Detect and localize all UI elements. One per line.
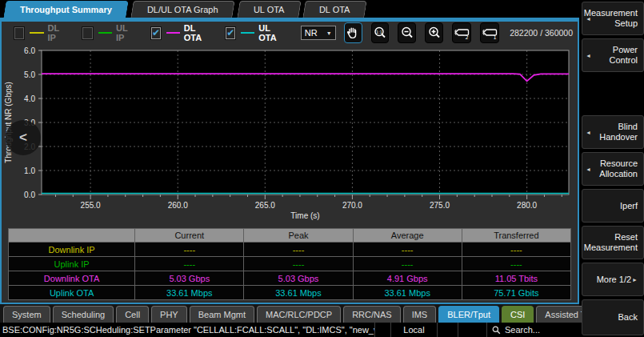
table-row-uplink-ip: Uplink IP ---- ---- ---- ---- — [9, 257, 571, 271]
header-transferred: Transferred — [462, 229, 570, 243]
bottom-tab-bar: System Scheduling Cell PHY Beam Mgmt MAC… — [0, 304, 579, 323]
svg-text:0.0: 0.0 — [24, 191, 35, 199]
zoom-in-button[interactable] — [425, 22, 443, 43]
table-row-downlink-ota: Downlink OTA 5.03 Gbps 5.03 Gbps 4.91 Gb… — [9, 271, 571, 286]
scpi-command-text: BSE:CONFig:NR5G:SCHeduling:SETParameter … — [0, 325, 374, 335]
ul-ip-line-swatch — [98, 32, 112, 34]
softkey-power-control[interactable]: ◄ Power Control — [582, 38, 644, 72]
main-area: Throughput Summary DL/UL OTA Graph UL OT… — [0, 0, 579, 337]
dl-ota-label: DL OTA — [184, 23, 209, 42]
softkey-back[interactable]: Back — [582, 299, 644, 335]
marker-1-button[interactable]: 1 — [480, 22, 499, 43]
softkey-more[interactable]: More 1/2 ► — [582, 263, 644, 296]
submenu-left-arrow-icon: ◄ — [586, 127, 591, 138]
ul-ip-checkbox[interactable] — [82, 27, 92, 39]
marker-2-icon: 2 — [453, 26, 470, 40]
legend-ul-ip[interactable]: UL IP — [82, 23, 133, 42]
tab-throughput-summary[interactable]: Throughput Summary — [3, 1, 128, 18]
softkey-blind-handover[interactable]: ◄ Blind Handover — [582, 115, 644, 149]
svg-text:2: 2 — [466, 34, 469, 40]
more-right-arrow-icon: ► — [632, 275, 638, 285]
status-bar: BSE:CONFig:NR5G:SCHeduling:SETParameter … — [0, 323, 579, 337]
header-peak: Peak — [244, 229, 353, 243]
chevron-down-icon: ▼ — [326, 30, 332, 36]
tab-phy[interactable]: PHY — [151, 306, 187, 323]
svg-text:1: 1 — [494, 34, 497, 40]
svg-text:275.0: 275.0 — [430, 201, 450, 210]
submenu-left-arrow-icon: ◄ — [586, 14, 591, 24]
tab-ims[interactable]: IMS — [403, 306, 437, 323]
ul-ip-label: UL IP — [116, 23, 134, 42]
dl-ota-checkbox[interactable]: ✔ — [151, 27, 161, 39]
ul-ota-label: UL OTA — [258, 23, 283, 42]
ul-ota-line-swatch — [241, 32, 254, 34]
pan-hand-button[interactable] — [344, 22, 362, 43]
legend-ul-ota[interactable]: ✔ UL OTA — [226, 23, 282, 42]
tab-dlul-ota-graph[interactable]: DL/UL OTA Graph — [130, 1, 234, 18]
svg-text:5.0: 5.0 — [24, 70, 35, 79]
svg-text:260.0: 260.0 — [168, 201, 188, 210]
table-header-row: Current Peak Average Transferred — [9, 229, 571, 243]
status-cell-blank-2 — [437, 323, 458, 337]
throughput-chart[interactable]: 0.01.02.03.04.05.06.0255.0260.0265.0270.… — [2, 44, 578, 225]
submenu-left-arrow-icon: ◄ — [586, 50, 591, 61]
tab-mac-rlc-pdcp[interactable]: MAC/RLC/PDCP — [257, 306, 341, 323]
throughput-panel: DL IP UL IP ✔ DL OTA ✔ UL OTA — [0, 18, 579, 304]
svg-text:6.0: 6.0 — [24, 46, 35, 55]
top-tab-bar: Throughput Summary DL/UL OTA Graph UL OT… — [0, 0, 579, 18]
header-current: Current — [135, 229, 244, 243]
table-row-downlink-ip: Downlink IP ---- ---- ---- ---- — [9, 243, 571, 257]
search-placeholder: Search... — [505, 325, 540, 335]
svg-text:4.0: 4.0 — [24, 94, 35, 103]
softkey-resource-allocation[interactable]: ◄ Resource Allocation — [582, 152, 644, 186]
tab-ul-ota[interactable]: UL OTA — [237, 1, 301, 18]
tab-csi[interactable]: CSI — [502, 306, 534, 323]
sample-counter: 282200 / 360000 — [510, 28, 573, 38]
svg-text:Time (s): Time (s) — [290, 211, 319, 220]
throughput-table: Current Peak Average Transferred Downlin… — [8, 228, 571, 300]
softkey-spacer — [582, 75, 644, 115]
search-icon — [492, 326, 501, 335]
throughput-table-wrap: Current Peak Average Transferred Downlin… — [2, 225, 578, 300]
table-row-uplink-ota: Uplink OTA 33.61 Mbps 33.61 Mbps 33.61 M… — [9, 286, 571, 300]
softkey-measurement-setup[interactable]: ◄ Measurement Setup — [582, 2, 644, 35]
svg-text:270.0: 270.0 — [342, 201, 362, 210]
svg-text:280.0: 280.0 — [517, 201, 537, 210]
tab-beam-mgmt[interactable]: Beam Mgmt — [190, 306, 254, 323]
search-box[interactable]: Search... — [486, 323, 579, 337]
ul-ota-checkbox[interactable]: ✔ — [226, 27, 235, 39]
tab-system[interactable]: System — [3, 306, 50, 323]
status-cell-blank-3 — [458, 323, 486, 337]
marker-1-icon: 1 — [481, 26, 498, 40]
zoom-1to1-icon: 1:1 — [373, 26, 387, 40]
legend-dl-ip[interactable]: DL IP — [14, 23, 65, 42]
status-mode-local: Local — [390, 323, 437, 337]
nr-select-dropdown[interactable]: NR ▼ — [301, 26, 336, 40]
tab-rrc-nas[interactable]: RRC/NAS — [343, 306, 401, 323]
header-blank — [9, 229, 135, 243]
svg-text:265.0: 265.0 — [255, 201, 275, 210]
legend-toolbar: DL IP UL IP ✔ DL OTA ✔ UL OTA — [2, 22, 578, 44]
svg-text:1.0: 1.0 — [24, 166, 35, 175]
dl-ip-line-swatch — [30, 32, 43, 34]
status-cell-blank-1 — [374, 323, 390, 337]
header-average: Average — [353, 229, 462, 243]
zoom-1to1-button[interactable]: 1:1 — [371, 22, 390, 43]
svg-text:1:1: 1:1 — [376, 30, 382, 34]
svg-text:255.0: 255.0 — [81, 201, 101, 210]
legend-dl-ota[interactable]: ✔ DL OTA — [151, 23, 208, 42]
softkey-iperf[interactable]: Iperf — [582, 189, 644, 223]
dl-ip-checkbox[interactable] — [14, 27, 24, 39]
softkey-sidebar: ◄ Measurement Setup ◄ Power Control ◄ Bl… — [582, 0, 644, 337]
tab-scheduling[interactable]: Scheduling — [53, 306, 114, 323]
softkey-reset-measurement[interactable]: Reset Measurement — [582, 226, 644, 259]
chevron-left-collapse-button[interactable]: < — [6, 120, 41, 155]
zoom-in-icon — [427, 26, 442, 40]
submenu-left-arrow-icon: ◄ — [586, 164, 591, 175]
tab-dl-ota[interactable]: DL OTA — [302, 1, 366, 18]
tab-bler-tput[interactable]: BLER/Tput — [438, 306, 499, 323]
marker-2-button[interactable]: 2 — [452, 22, 471, 43]
tab-cell[interactable]: Cell — [116, 306, 149, 323]
zoom-out-button[interactable] — [398, 22, 416, 43]
zoom-out-icon — [400, 26, 414, 40]
